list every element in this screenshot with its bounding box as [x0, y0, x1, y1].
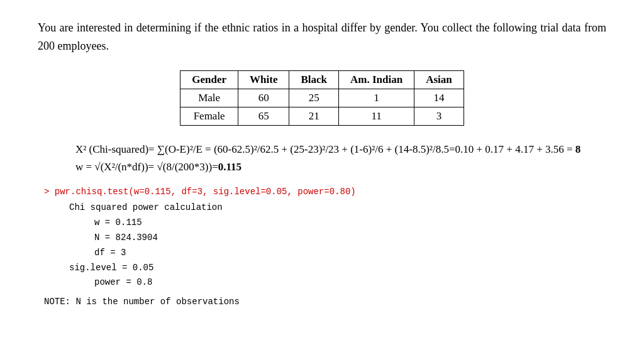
col-header-asian: Asian: [414, 70, 464, 89]
code-output-title: Chi squared power calculation: [69, 200, 606, 216]
cell-male-white: 60: [238, 89, 289, 107]
col-header-black: Black: [289, 70, 339, 89]
formula-line1: X² (Chi-squared)= ∑(O-E)²/E = (60-62.5)²…: [75, 141, 606, 159]
code-section: > pwr.chisq.test(w=0.115, df=3, sig.leve…: [38, 187, 606, 307]
formula-line2: w = √(X²/(n*df))= √(8/(200*3))=0.115: [75, 158, 606, 177]
code-output-block: Chi squared power calculation w = 0.115 …: [44, 200, 606, 290]
cell-male-amindian: 1: [339, 89, 414, 107]
code-output-n: N = 824.3904: [94, 231, 606, 246]
code-output-w: w = 0.115: [94, 216, 606, 231]
col-header-gender: Gender: [180, 70, 238, 89]
code-output-power: power = 0.8: [94, 275, 606, 290]
data-table: Gender White Black Am. Indian Asian Male…: [180, 70, 464, 126]
intro-paragraph: You are interested in determining if the…: [38, 19, 606, 55]
col-header-amindian: Am. Indian: [339, 70, 414, 89]
formula-line2-bold: 0.115: [218, 161, 242, 173]
code-command-text: > pwr.chisq.test(w=0.115, df=3, sig.leve…: [44, 187, 356, 197]
intro-text: You are interested in determining if the…: [38, 21, 606, 52]
col-header-white: White: [238, 70, 289, 89]
cell-female-black: 21: [289, 107, 339, 125]
code-output-df: df = 3: [94, 246, 606, 261]
cell-female-amindian: 11: [339, 107, 414, 125]
cell-female-white: 65: [238, 107, 289, 125]
code-note: NOTE: N is the number of observations: [38, 297, 606, 307]
formula-section: X² (Chi-squared)= ∑(O-E)²/E = (60-62.5)²…: [75, 141, 606, 177]
table-container: Gender White Black Am. Indian Asian Male…: [38, 70, 606, 126]
cell-male-black: 25: [289, 89, 339, 107]
cell-male-gender: Male: [180, 89, 238, 107]
code-output-sig: sig.level = 0.05: [69, 261, 606, 276]
formula-line2-pre: w = √(X²/(n*df))= √(8/(200*3))=: [75, 161, 218, 173]
formula-line1-bold: 8: [575, 143, 581, 155]
table-row: Female 65 21 11 3: [180, 107, 464, 125]
cell-male-asian: 14: [414, 89, 464, 107]
table-row: Male 60 25 1 14: [180, 89, 464, 107]
code-command: > pwr.chisq.test(w=0.115, df=3, sig.leve…: [38, 187, 606, 197]
cell-female-gender: Female: [180, 107, 238, 125]
formula-line1-text: X² (Chi-squared)= ∑(O-E)²/E = (60-62.5)²…: [75, 143, 575, 155]
cell-female-asian: 3: [414, 107, 464, 125]
